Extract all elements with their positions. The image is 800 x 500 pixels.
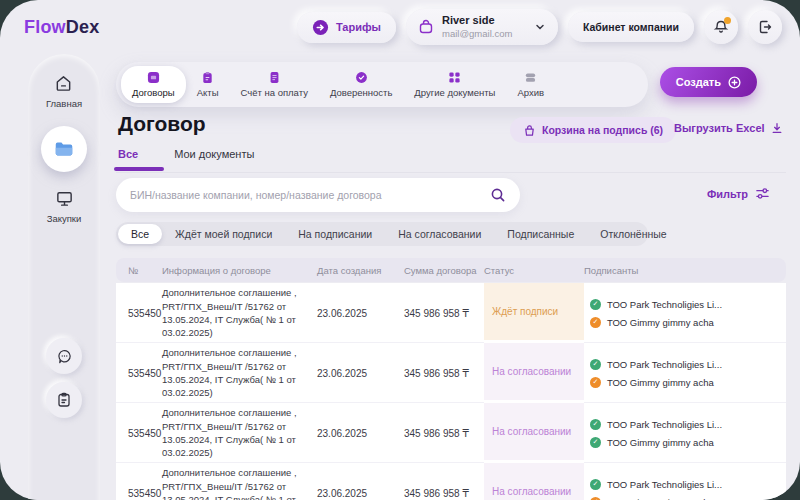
row-number: 535450 xyxy=(116,463,162,500)
clipboard-button[interactable] xyxy=(46,382,82,418)
row-signers: ✓ТОО Park Technoligies Li...✓ТОО Gimmy g… xyxy=(584,403,786,463)
filter-label: Фильтр xyxy=(707,188,748,200)
sidebar: Главная Закупки xyxy=(28,54,100,500)
signer-item: ✓ТОО Park Technoligies Li... xyxy=(590,479,722,490)
create-label: Создать xyxy=(676,76,721,88)
sidebar-item-home[interactable]: Главная xyxy=(46,74,82,109)
row-signers: ✓ТОО Park Technoligies Li...✓ТОО Gimmy g… xyxy=(584,463,786,500)
tab-label: Архив xyxy=(517,87,544,98)
chip-awaiting-my-signature[interactable]: Ждёт моей подписи xyxy=(162,224,285,244)
signer-item: ✓ТОО Gimmy gimmy acha xyxy=(590,497,714,500)
chat-button[interactable] xyxy=(46,338,82,374)
basket-icon xyxy=(523,124,536,137)
tab-archive[interactable]: Архив xyxy=(506,66,555,103)
archive-icon xyxy=(524,71,537,84)
table-body: 535450 Дополнительное соглашение , PRT/Г… xyxy=(116,283,786,500)
tab-invoice[interactable]: Счёт на оплату xyxy=(229,66,318,103)
tab-poa[interactable]: Доверенность xyxy=(319,66,403,103)
signer-name: ТОО Park Technoligies Li... xyxy=(607,479,722,490)
tariffs-button[interactable]: Тарифы xyxy=(297,12,396,43)
row-date: 23.06.2025 xyxy=(317,283,404,343)
chip-rejected[interactable]: Отклонённые xyxy=(587,224,679,244)
logout-button[interactable] xyxy=(748,10,782,44)
filter-button[interactable]: Фильтр xyxy=(707,186,770,201)
tab-acts[interactable]: Акты xyxy=(186,66,230,103)
row-info: Дополнительное соглашение , PRT/ГПХ_Внеш… xyxy=(162,283,317,343)
signer-signed-check-icon: ✓ xyxy=(590,437,601,448)
chip-all[interactable]: Все xyxy=(118,224,162,244)
row-number: 535450 xyxy=(116,403,162,463)
row-date: 23.06.2025 xyxy=(317,343,404,403)
acts-icon xyxy=(201,71,214,84)
tab-other-documents[interactable]: Другие документы xyxy=(403,66,506,103)
signer-signed-check-icon: ✓ xyxy=(590,419,601,430)
sidebar-item-documents-active[interactable] xyxy=(41,126,87,172)
tab-contracts[interactable]: Договоры xyxy=(121,66,186,103)
signer-item: ✓ТОО Park Technoligies Li... xyxy=(590,359,722,370)
basket-label: Корзина на подпись (6) xyxy=(542,124,663,136)
row-signers: ✓ТОО Park Technoligies Li...✓ТОО Gimmy g… xyxy=(584,343,786,403)
export-excel-button[interactable]: Выгрузить Excel xyxy=(674,122,783,134)
status-badge: На согласовании xyxy=(484,343,584,403)
account-dropdown[interactable]: River side mail@gmail.com xyxy=(406,9,558,45)
table-row[interactable]: 535450 Дополнительное соглашение , PRT/Г… xyxy=(116,283,786,343)
table-row[interactable]: 535450 Дополнительное соглашение , PRT/Г… xyxy=(116,463,786,500)
signer-name: ТОО Park Technoligies Li... xyxy=(607,359,722,370)
chip-on-signing[interactable]: На подписании xyxy=(285,224,385,244)
view-tab-my-documents[interactable]: Мои документы xyxy=(174,148,254,160)
chip-on-approval[interactable]: На согласовании xyxy=(385,224,494,244)
notification-dot xyxy=(724,17,731,24)
row-signers: ✓ТОО Park Technoligies Li...✓ТОО Gimmy g… xyxy=(584,283,786,343)
signer-pending-check-icon: ✓ xyxy=(590,317,601,328)
account-email: mail@gmail.com xyxy=(442,28,526,40)
row-date: 23.06.2025 xyxy=(317,403,404,463)
contracts-icon xyxy=(147,71,160,84)
sidebar-item-label: Главная xyxy=(46,98,82,109)
chat-icon xyxy=(56,348,73,365)
table-row[interactable]: 535450 Дополнительное соглашение , PRT/Г… xyxy=(116,343,786,403)
signer-signed-check-icon: ✓ xyxy=(590,299,601,310)
view-tab-all[interactable]: Все xyxy=(118,148,138,160)
tab-label: Доверенность xyxy=(330,87,392,98)
poa-icon xyxy=(355,71,368,84)
row-info: Дополнительное соглашение , PRT/ГПХ_Внеш… xyxy=(162,403,317,463)
status-badge: На согласовании xyxy=(484,463,584,500)
company-cabinet-button[interactable]: Кабинет компании xyxy=(568,12,694,42)
tab-label: Другие документы xyxy=(414,87,495,98)
logo-flow: Flow xyxy=(24,17,66,37)
tab-label: Счёт на оплату xyxy=(240,87,307,98)
signer-item: ✓ТОО Park Technoligies Li... xyxy=(590,419,722,430)
column-status: Статус xyxy=(484,265,584,276)
signer-name: ТОО Park Technoligies Li... xyxy=(607,419,722,430)
signer-signed-check-icon: ✓ xyxy=(590,359,601,370)
row-amount: 345 986 958 ₸ xyxy=(404,403,484,463)
signing-basket-button[interactable]: Корзина на подпись (6) xyxy=(510,117,676,143)
table-row[interactable]: 535450 Дополнительное соглашение , PRT/Г… xyxy=(116,403,786,463)
create-button[interactable]: Создать xyxy=(660,67,757,97)
notifications-button[interactable] xyxy=(704,10,738,44)
row-number: 535450 xyxy=(116,283,162,343)
briefcase-icon xyxy=(418,19,434,35)
chip-signed[interactable]: Подписанные xyxy=(494,224,587,244)
search-icon[interactable] xyxy=(490,187,506,203)
search-bar xyxy=(116,178,520,212)
other-docs-icon xyxy=(448,71,461,84)
tariffs-label: Тарифы xyxy=(336,21,381,33)
folder-icon xyxy=(53,138,75,160)
topbar-actions: Тарифы River side mail@gmail.com Кабинет… xyxy=(297,9,782,45)
signer-name: ТОО Gimmy gimmy acha xyxy=(607,437,714,448)
column-info: Информация о договоре xyxy=(162,265,317,276)
logout-icon xyxy=(757,19,773,35)
chevron-down-icon xyxy=(534,21,546,33)
sidebar-bottom xyxy=(46,338,82,418)
sidebar-item-procurement[interactable]: Закупки xyxy=(47,189,82,224)
search-input[interactable] xyxy=(130,189,490,201)
column-number: № xyxy=(116,265,162,276)
row-info: Дополнительное соглашение , PRT/ГПХ_Внеш… xyxy=(162,343,317,403)
account-name: River side xyxy=(442,14,526,28)
signer-pending-check-icon: ✓ xyxy=(590,497,601,500)
export-label: Выгрузить Excel xyxy=(674,122,765,134)
main-content: Договоры Акты Счёт на оплату Доверенност… xyxy=(112,54,800,500)
column-date: Дата создания xyxy=(317,265,404,276)
topbar: FlowDex Тарифы River side mail@gmail.com xyxy=(0,0,800,54)
